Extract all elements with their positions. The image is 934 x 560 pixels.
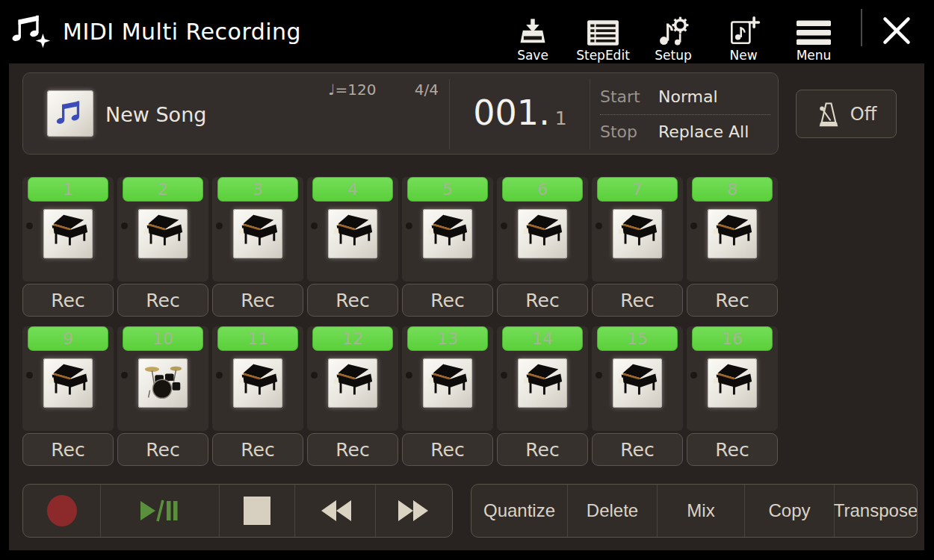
new-button[interactable]: New (708, 4, 779, 62)
channel-number-badge: 2 (123, 177, 203, 202)
stop-button[interactable] (219, 485, 294, 537)
grand-piano-icon[interactable] (423, 358, 472, 408)
mix-button[interactable]: Mix (657, 485, 744, 537)
channel-led (501, 223, 507, 229)
rec-button-channel-5[interactable]: Rec (402, 284, 493, 317)
channel-cell-16[interactable]: 16 (687, 326, 778, 431)
channel-cell-15[interactable]: 15 (592, 326, 683, 431)
rec-button-channel-15[interactable]: Rec (592, 433, 683, 466)
new-label: New (729, 49, 757, 62)
channel-cell-6[interactable]: 6 (497, 177, 588, 281)
measure-number: 001. (473, 96, 549, 130)
channel-cell-8[interactable]: 8 (687, 177, 778, 281)
channel-cell-13[interactable]: 13 (402, 326, 493, 431)
channel-led (216, 223, 223, 229)
grand-piano-icon[interactable] (43, 358, 93, 408)
copy-button[interactable]: Copy (744, 485, 834, 537)
channel-cell-10[interactable]: 10 (117, 326, 208, 431)
track-channel-13: 13Rec (402, 321, 493, 466)
channel-led (121, 372, 128, 379)
rec-button-channel-10[interactable]: Rec (117, 433, 208, 466)
channel-cell-2[interactable]: 2 (117, 177, 208, 281)
edit-actions: Quantize Delete Mix Copy Transpose (471, 484, 918, 538)
grand-piano-icon[interactable] (613, 358, 662, 408)
start-setting-row[interactable]: Start Normal (600, 83, 776, 110)
rec-button-channel-1[interactable]: Rec (22, 284, 114, 317)
channel-cell-7[interactable]: 7 (592, 177, 683, 281)
channel-led (596, 372, 602, 379)
rec-button-channel-4[interactable]: Rec (307, 284, 398, 317)
rec-button-channel-12[interactable]: Rec (307, 433, 398, 466)
tempo-value: ♩=120 (328, 81, 376, 99)
grand-piano-icon[interactable] (708, 209, 757, 258)
grand-piano-icon[interactable] (423, 209, 472, 258)
rec-button-channel-14[interactable]: Rec (497, 433, 588, 466)
grand-piano-icon[interactable] (613, 209, 662, 258)
channel-led (406, 372, 412, 379)
setup-button[interactable]: Setup (638, 4, 708, 62)
rec-button-channel-8[interactable]: Rec (687, 284, 778, 317)
rec-button-channel-13[interactable]: Rec (402, 433, 493, 466)
rec-button-channel-3[interactable]: Rec (212, 284, 303, 317)
channel-cell-9[interactable]: 9 (22, 326, 114, 431)
setup-label: Setup (655, 49, 691, 62)
menu-button[interactable]: Menu (779, 4, 849, 62)
rec-button-channel-9[interactable]: Rec (22, 433, 114, 466)
transpose-button[interactable]: Transpose (834, 485, 917, 537)
channel-cell-11[interactable]: 11 (212, 326, 303, 431)
channel-number-badge: 1 (28, 177, 108, 202)
stepedit-icon (586, 11, 620, 47)
page-title: MIDI Multi Recording (63, 0, 301, 63)
track-channel-9: 9Rec (22, 321, 114, 466)
metronome-button[interactable]: Off (796, 90, 897, 138)
rec-button-channel-11[interactable]: Rec (212, 433, 303, 466)
transport-controls (22, 484, 453, 538)
channel-number-badge: 15 (597, 326, 678, 351)
grand-piano-icon[interactable] (328, 358, 377, 408)
record-button[interactable] (23, 485, 100, 537)
track-channel-3: 3Rec (212, 172, 303, 317)
quantize-button[interactable]: Quantize (471, 485, 567, 537)
channel-cell-5[interactable]: 5 (402, 177, 493, 281)
save-label: Save (517, 49, 548, 62)
channel-cell-1[interactable]: 1 (22, 177, 114, 281)
delete-button[interactable]: Delete (567, 485, 657, 537)
channel-cell-12[interactable]: 12 (307, 326, 398, 431)
stepedit-button[interactable]: StepEdit (568, 4, 638, 62)
channel-number-badge: 10 (123, 326, 203, 351)
grand-piano-icon[interactable] (708, 358, 757, 408)
grand-piano-icon[interactable] (518, 358, 567, 408)
play-pause-button[interactable] (100, 485, 219, 537)
fast-forward-button[interactable] (375, 485, 452, 537)
measure-counter: 001. 1 (451, 73, 590, 155)
menu-icon (797, 11, 831, 47)
rewind-button[interactable] (294, 485, 375, 537)
grand-piano-icon[interactable] (328, 209, 377, 258)
track-channel-11: 11Rec (212, 321, 303, 466)
track-channel-4: 4Rec (307, 172, 398, 317)
channel-cell-3[interactable]: 3 (212, 177, 303, 281)
rec-button-channel-16[interactable]: Rec (687, 433, 778, 466)
track-channel-15: 15Rec (592, 321, 683, 466)
stop-setting-row[interactable]: Stop Replace All (600, 118, 776, 145)
grand-piano-icon[interactable] (233, 358, 282, 408)
tempo-time-signature[interactable]: ♩=120 4/4 (328, 81, 439, 99)
close-button[interactable] (879, 10, 915, 51)
save-button[interactable]: Save (498, 4, 568, 62)
track-row-1: 1Rec2Rec3Rec4Rec5Rec6Rec7Rec8Rec (22, 172, 778, 317)
channel-number-badge: 9 (28, 326, 108, 351)
start-stop-settings: Start Normal Stop Replace All (600, 73, 779, 155)
channel-number-badge: 4 (312, 177, 393, 202)
drum-kit-icon[interactable] (138, 358, 188, 408)
rec-button-channel-7[interactable]: Rec (592, 284, 683, 317)
channel-led (690, 223, 697, 229)
channel-cell-4[interactable]: 4 (307, 177, 398, 281)
channel-cell-14[interactable]: 14 (497, 326, 588, 431)
rec-button-channel-6[interactable]: Rec (497, 284, 588, 317)
grand-piano-icon[interactable] (233, 209, 282, 258)
grand-piano-icon[interactable] (138, 209, 188, 258)
rec-button-channel-2[interactable]: Rec (117, 284, 208, 317)
grand-piano-icon[interactable] (518, 209, 567, 258)
fast-forward-icon (397, 499, 431, 523)
grand-piano-icon[interactable] (43, 209, 93, 258)
